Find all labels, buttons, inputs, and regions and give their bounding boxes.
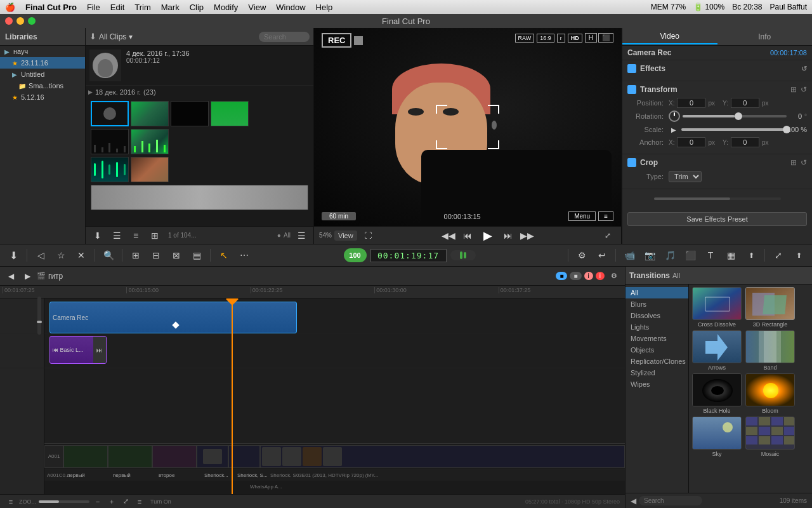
prev-frame-button[interactable]: ◀◀ bbox=[442, 229, 455, 243]
clip-item[interactable] bbox=[91, 157, 129, 182]
volume-slider[interactable] bbox=[37, 297, 41, 335]
trans-sidebar-button[interactable]: ◀ bbox=[631, 497, 636, 505]
clip-item[interactable] bbox=[171, 101, 209, 126]
trans-cat-movements[interactable]: Movements bbox=[625, 333, 688, 344]
thumb-clip-sherlock3[interactable] bbox=[260, 445, 625, 468]
clip-item[interactable] bbox=[131, 157, 169, 182]
menu-file[interactable]: File bbox=[87, 3, 100, 12]
clip-view-list[interactable]: ≡ bbox=[128, 227, 144, 244]
play-button[interactable]: ▶ bbox=[480, 227, 496, 244]
library-item-51216[interactable]: ★ 5.12.16 bbox=[0, 91, 85, 103]
skip-forward-button[interactable]: ⏭ bbox=[501, 229, 515, 243]
bg-button[interactable]: ⬛ bbox=[682, 247, 698, 264]
menubar-user[interactable]: Paul Baffut bbox=[770, 3, 808, 11]
hd-button2[interactable]: ⬛ bbox=[598, 33, 613, 43]
reject-button[interactable]: ✕ bbox=[73, 247, 89, 264]
apple-menu[interactable]: 🍎 bbox=[5, 3, 15, 12]
view-clips-button[interactable]: ⊠ bbox=[168, 247, 185, 264]
date-group-header[interactable]: ▶ 18 дек. 2016 г. (23) bbox=[86, 86, 313, 97]
scale-play-button[interactable]: ▶ bbox=[669, 124, 679, 135]
tl-zoom-button[interactable]: ⚙ bbox=[607, 269, 621, 283]
trans-cat-stylized[interactable]: Stylized bbox=[625, 367, 688, 378]
viewer-list-button[interactable]: ≡ bbox=[598, 211, 613, 221]
thumb-clip-a001[interactable]: A001 bbox=[44, 445, 63, 468]
library-item-nauch[interactable]: ▶ науч bbox=[0, 46, 85, 57]
clip-appearance-button[interactable]: ☰ bbox=[108, 227, 125, 244]
thumb-clip-vtoroe[interactable] bbox=[152, 445, 197, 468]
app-name[interactable]: Final Cut Pro bbox=[25, 3, 77, 12]
scale-slider[interactable] bbox=[681, 128, 785, 131]
trans-item-mosaic[interactable]: Mosaic bbox=[745, 417, 796, 457]
minimize-button[interactable] bbox=[16, 17, 24, 25]
clip-item[interactable] bbox=[91, 129, 129, 154]
camera-rec-clip[interactable]: Camera Rec bbox=[49, 302, 297, 333]
trans-cat-all[interactable]: All bbox=[625, 287, 688, 298]
timecode-display[interactable]: 00:01:19:17 bbox=[370, 249, 447, 262]
photo-button[interactable]: 📷 bbox=[641, 247, 658, 264]
menu-view[interactable]: View bbox=[248, 3, 266, 12]
trans-search-input[interactable] bbox=[639, 496, 702, 505]
view-filmstrip-button[interactable]: ▤ bbox=[188, 247, 205, 264]
tl-zoom-plus[interactable]: + bbox=[106, 496, 117, 507]
trans-item-bloom[interactable]: Bloom bbox=[745, 373, 796, 414]
playhead[interactable] bbox=[232, 298, 233, 494]
share2-button[interactable]: ⬆ bbox=[790, 247, 807, 264]
clip-item[interactable] bbox=[131, 101, 169, 126]
next-frame-button[interactable]: ▶▶ bbox=[520, 229, 534, 243]
crop-reset-icon[interactable]: ↺ bbox=[801, 158, 807, 167]
browser-search-input[interactable] bbox=[259, 32, 310, 42]
thumb-clip-perviy1[interactable] bbox=[63, 445, 108, 468]
menu-help[interactable]: Help bbox=[316, 3, 333, 12]
save-preset-button[interactable]: Save Effects Preset bbox=[627, 212, 807, 226]
expand-viewer-button[interactable]: ⤢ bbox=[599, 227, 616, 244]
anchor-y-input[interactable] bbox=[731, 137, 759, 147]
generator-button[interactable]: ▦ bbox=[723, 247, 739, 264]
trans-cat-dissolves[interactable]: Dissolves bbox=[625, 310, 688, 321]
clip-item[interactable] bbox=[91, 185, 308, 210]
h-button[interactable]: H bbox=[585, 33, 597, 43]
view-grid-button[interactable]: ⊟ bbox=[148, 247, 164, 264]
skip-back-button[interactable]: ⏮ bbox=[461, 229, 475, 243]
library-item-231116[interactable]: ★ 23.11.16 bbox=[0, 57, 85, 69]
clip-item[interactable] bbox=[211, 101, 249, 126]
import-button[interactable]: ⬇ bbox=[89, 227, 106, 244]
view-list-button[interactable]: ⊞ bbox=[128, 247, 144, 264]
effects-reset-icon[interactable]: ↺ bbox=[801, 65, 807, 73]
trans-cat-blurs[interactable]: Blurs bbox=[625, 298, 688, 310]
position-x-input[interactable] bbox=[677, 98, 705, 108]
basic-l-clip[interactable]: ⏮ Basic L... ⏭ bbox=[49, 336, 107, 364]
video-button[interactable]: 📹 bbox=[621, 247, 638, 264]
fullscreen-button[interactable]: ⛶ bbox=[360, 227, 376, 244]
menu-edit[interactable]: Edit bbox=[110, 3, 124, 12]
undo-history-button[interactable]: ↩ bbox=[594, 247, 610, 264]
tl-prev-button[interactable]: ◀ bbox=[4, 269, 18, 283]
view-button[interactable]: View bbox=[334, 231, 357, 241]
select-tool-button[interactable]: ↖ bbox=[216, 247, 232, 264]
close-button[interactable] bbox=[5, 17, 13, 25]
tl-menu-button[interactable]: ≡ bbox=[134, 496, 145, 507]
menu-button[interactable]: Menu bbox=[568, 211, 596, 221]
menu-clip[interactable]: Clip bbox=[190, 3, 204, 12]
clip-view-grid[interactable]: ⊞ bbox=[147, 227, 163, 244]
tl-list-button[interactable]: ≡ bbox=[5, 496, 16, 507]
audio-button[interactable]: 🎵 bbox=[662, 247, 678, 264]
transitions-button[interactable]: ⤢ bbox=[770, 247, 787, 264]
trim-tool-button[interactable]: ⋯ bbox=[236, 247, 252, 264]
tab-info[interactable]: Info bbox=[717, 30, 813, 44]
menu-window[interactable]: Window bbox=[276, 3, 305, 12]
trans-cat-wipes[interactable]: Wipes bbox=[625, 378, 688, 390]
rotation-dial[interactable] bbox=[669, 110, 680, 122]
thumb-clip-sherlock2[interactable] bbox=[228, 445, 260, 468]
trans-item-black-hole[interactable]: Black Hole bbox=[691, 373, 742, 414]
import-icon[interactable]: ⬇ bbox=[89, 32, 96, 41]
clip-item[interactable] bbox=[131, 129, 169, 154]
undo-button[interactable]: ◁ bbox=[32, 247, 49, 264]
trans-item-arrows[interactable]: Arrows bbox=[691, 330, 742, 371]
trans-item-sky[interactable]: Sky bbox=[691, 417, 742, 457]
trans-cat-replicator[interactable]: Replicator/Clones bbox=[625, 356, 688, 367]
position-y-input[interactable] bbox=[731, 98, 759, 108]
search-button[interactable]: 🔍 bbox=[100, 247, 117, 264]
maximize-button[interactable] bbox=[28, 17, 36, 25]
share-button[interactable]: ⬆ bbox=[743, 247, 759, 264]
menu-modify[interactable]: Modify bbox=[214, 3, 238, 12]
